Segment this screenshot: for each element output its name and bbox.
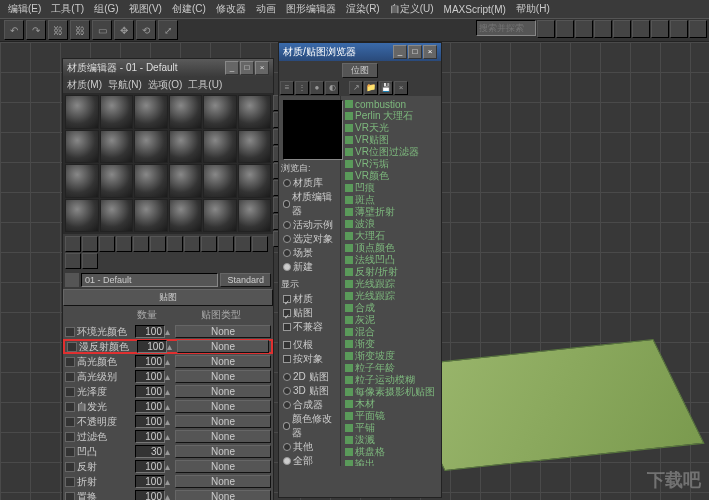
menu-edit[interactable]: 编辑(E) (4, 2, 45, 16)
map-checkbox[interactable] (65, 327, 75, 337)
spinner-icon[interactable]: ▴ (167, 341, 175, 352)
map-amount[interactable]: 100 (135, 415, 165, 428)
browse-from-option[interactable]: 场景 (281, 246, 338, 260)
map-amount[interactable]: 100 (135, 325, 165, 338)
material-type-button[interactable]: Standard (220, 273, 271, 287)
map-slot-button[interactable]: None (175, 370, 271, 383)
tool-redo[interactable]: ↷ (26, 20, 46, 40)
filter-option[interactable]: 按对象 (281, 352, 338, 366)
mat-tool-button[interactable] (116, 236, 132, 252)
category-option[interactable]: 全部 (281, 454, 338, 468)
tb-icon[interactable] (575, 20, 593, 38)
map-checkbox[interactable] (65, 477, 75, 487)
mat-tool-button[interactable] (150, 236, 166, 252)
map-slot-button[interactable]: None (175, 460, 271, 473)
browser-tab[interactable]: 位图 (342, 63, 378, 78)
menu-create[interactable]: 创建(C) (168, 2, 210, 16)
sample-slot[interactable] (203, 164, 237, 198)
close-button[interactable]: × (255, 61, 269, 75)
tool-rotate[interactable]: ⟲ (136, 20, 156, 40)
menu-render[interactable]: 渲染(R) (342, 2, 384, 16)
category-option[interactable]: 3D 贴图 (281, 384, 338, 398)
sample-slot[interactable] (203, 95, 237, 129)
map-checkbox[interactable] (65, 357, 75, 367)
map-slot-button[interactable]: None (177, 340, 269, 353)
menu-view[interactable]: 视图(V) (125, 2, 166, 16)
sample-slot[interactable] (169, 130, 203, 164)
spinner-icon[interactable]: ▴ (165, 416, 173, 427)
spinner-icon[interactable]: ▴ (165, 371, 173, 382)
bt-icon[interactable]: × (394, 81, 408, 95)
map-checkbox[interactable] (65, 417, 75, 427)
mat-editor-titlebar[interactable]: 材质编辑器 - 01 - Default _ □ × (63, 59, 273, 77)
sample-slot[interactable] (65, 164, 99, 198)
map-amount[interactable]: 100 (135, 370, 165, 383)
mat-tool-button[interactable] (201, 236, 217, 252)
tb-icon[interactable] (537, 20, 555, 38)
bt-icon[interactable]: 💾 (379, 81, 393, 95)
map-amount[interactable]: 100 (135, 460, 165, 473)
browse-from-option[interactable]: 选定对象 (281, 232, 338, 246)
map-checkbox[interactable] (65, 462, 75, 472)
maximize-button[interactable]: □ (240, 61, 254, 75)
sample-slot[interactable] (134, 130, 168, 164)
tool-scale[interactable]: ⤢ (158, 20, 178, 40)
sample-slot[interactable] (203, 130, 237, 164)
mat-menu-tools[interactable]: 工具(U) (188, 78, 222, 92)
maximize-button[interactable]: □ (408, 45, 422, 59)
show-option[interactable]: 不兼容 (281, 320, 338, 334)
map-amount[interactable]: 100 (135, 355, 165, 368)
mat-menu-nav[interactable]: 导航(N) (108, 78, 142, 92)
map-checkbox[interactable] (65, 402, 75, 412)
spinner-icon[interactable]: ▴ (165, 431, 173, 442)
mat-tool-button[interactable] (235, 236, 251, 252)
mat-menu-options[interactable]: 选项(O) (148, 78, 182, 92)
sample-slot[interactable] (238, 164, 272, 198)
map-checkbox[interactable] (65, 447, 75, 457)
map-slot-button[interactable]: None (175, 475, 271, 488)
map-amount[interactable]: 100 (137, 340, 167, 353)
map-tree-item[interactable]: 输出 (343, 458, 439, 466)
tool-select[interactable]: ▭ (92, 20, 112, 40)
tb-icon[interactable] (689, 20, 707, 38)
bt-icon[interactable]: 📁 (364, 81, 378, 95)
mat-tool-button[interactable] (184, 236, 200, 252)
map-amount[interactable]: 100 (135, 385, 165, 398)
minimize-button[interactable]: _ (225, 61, 239, 75)
map-checkbox[interactable] (65, 372, 75, 382)
map-slot-button[interactable]: None (175, 385, 271, 398)
browse-from-option[interactable]: 活动示例 (281, 218, 338, 232)
eyedropper-icon[interactable] (65, 273, 79, 287)
sample-slot[interactable] (65, 95, 99, 129)
sample-slot[interactable] (134, 199, 168, 233)
bt-icon[interactable]: ≡ (280, 81, 294, 95)
map-slot-button[interactable]: None (175, 430, 271, 443)
menu-help[interactable]: 帮助(H) (512, 2, 554, 16)
minimize-button[interactable]: _ (393, 45, 407, 59)
menu-modifiers[interactable]: 修改器 (212, 2, 250, 16)
show-option[interactable]: 贴图 (281, 306, 338, 320)
tool-move[interactable]: ✥ (114, 20, 134, 40)
sample-slot[interactable] (100, 164, 134, 198)
tool-link[interactable]: ⛓ (48, 20, 68, 40)
sample-slot[interactable] (100, 95, 134, 129)
mat-tool-button[interactable] (82, 236, 98, 252)
material-name-input[interactable]: 01 - Default (81, 273, 218, 287)
sample-slot[interactable] (65, 130, 99, 164)
browser-titlebar[interactable]: 材质/贴图浏览器 _ □ × (279, 43, 441, 61)
menu-graph[interactable]: 图形编辑器 (282, 2, 340, 16)
map-slot-button[interactable]: None (175, 415, 271, 428)
map-amount[interactable]: 100 (135, 475, 165, 488)
browse-from-option[interactable]: 新建 (281, 260, 338, 274)
sample-slot[interactable] (238, 95, 272, 129)
close-button[interactable]: × (423, 45, 437, 59)
sample-slot[interactable] (100, 130, 134, 164)
spinner-icon[interactable]: ▴ (165, 461, 173, 472)
tool-unlink[interactable]: ⛓ (70, 20, 90, 40)
sample-slot[interactable] (238, 130, 272, 164)
mat-tool-button[interactable] (252, 236, 268, 252)
menu-group[interactable]: 组(G) (90, 2, 122, 16)
map-slot-button[interactable]: None (175, 445, 271, 458)
map-slot-button[interactable]: None (175, 400, 271, 413)
menu-animation[interactable]: 动画 (252, 2, 280, 16)
